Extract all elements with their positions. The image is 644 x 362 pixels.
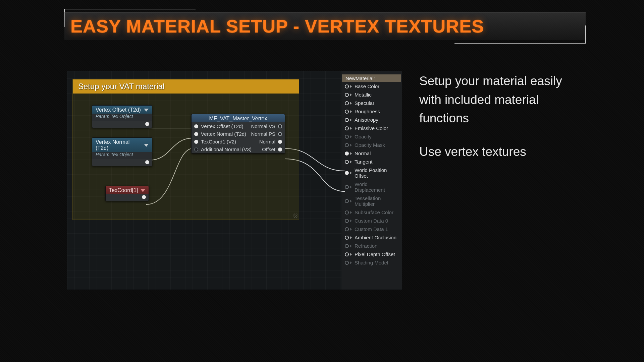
pin-label: Roughness: [355, 109, 380, 114]
material-pin-base-color[interactable]: Base Color: [342, 82, 401, 90]
material-pin-pixel-depth-offset[interactable]: Pixel Depth Offset: [342, 250, 401, 258]
material-pin-custom-data-0: Custom Data 0: [342, 217, 401, 225]
corner-decor-tl: [64, 9, 196, 12]
pin-label: World Displacement: [355, 181, 398, 193]
output-pin[interactable]: [145, 160, 149, 164]
input-pin[interactable]: [345, 110, 349, 114]
pin-arrow-icon: [350, 186, 352, 188]
material-pin-tangent[interactable]: Tangent: [342, 158, 401, 166]
pin-arrow-icon: [350, 220, 352, 222]
material-pin-roughness[interactable]: Roughness: [342, 107, 401, 116]
input-pin[interactable]: [345, 118, 349, 122]
node-vertex-offset-sub: Param Tex Object: [92, 114, 152, 121]
material-pin-anisotropy[interactable]: Anisotropy: [342, 116, 401, 124]
output-pin[interactable]: [142, 195, 146, 199]
page-title: EASY MATERIAL SETUP - VERTEX TEXTURES: [70, 16, 484, 37]
pin-label: Normal: [259, 139, 275, 144]
pin-label: World Position Offset: [355, 167, 398, 179]
node-vertex-offset[interactable]: Vertex Offset (T2d) Param Tex Object: [92, 105, 152, 128]
output-pin[interactable]: [278, 124, 282, 128]
pin-arrow-icon: [350, 119, 352, 121]
pin-label: Opacity Mask: [355, 142, 385, 148]
input-pin: [345, 135, 349, 139]
input-pin[interactable]: [345, 236, 349, 240]
material-title: NewMaterial1: [342, 74, 401, 82]
input-pin[interactable]: [194, 140, 198, 144]
material-pin-opacity-mask: Opacity Mask: [342, 141, 401, 149]
chevron-down-icon[interactable]: [141, 189, 145, 192]
graph-canvas[interactable]: Setup your VAT material Vertex Offset (T…: [67, 71, 341, 290]
pin-label: Tangent: [355, 159, 372, 165]
pin-label: Custom Data 0: [355, 218, 388, 224]
input-pin: [345, 143, 349, 147]
pin-label: Metallic: [355, 92, 372, 98]
pin-label: Refraction: [355, 243, 377, 249]
input-pin[interactable]: [345, 93, 349, 97]
input-pin[interactable]: [345, 252, 349, 256]
side-paragraph-1: Setup your material easily with included…: [419, 72, 570, 128]
input-pin: [345, 261, 349, 265]
pin-arrow-icon: [350, 236, 352, 239]
material-pin-shading-model: Shading Model: [342, 258, 401, 267]
pin-label: Custom Data 1: [355, 226, 388, 232]
pin-arrow-icon: [350, 228, 352, 231]
material-pin-specular[interactable]: Specular: [342, 99, 401, 107]
material-pin-metallic[interactable]: Metallic: [342, 90, 401, 99]
pin-label: Vertex Offset (T2d): [201, 123, 243, 129]
node-texcoord-title: TexCoord[1]: [109, 187, 138, 193]
material-editor: Setup your VAT material Vertex Offset (T…: [67, 71, 402, 290]
pin-arrow-icon: [350, 94, 352, 96]
material-pin-normal[interactable]: Normal: [342, 149, 401, 158]
node-vertex-offset-title: Vertex Offset (T2d): [96, 107, 141, 113]
node-vertex-normal-title: Vertex Normal (T2d): [96, 139, 144, 151]
side-paragraph-2: Use vertex textures: [419, 142, 570, 161]
title-bar: EASY MATERIAL SETUP - VERTEX TEXTURES: [64, 12, 586, 40]
chevron-down-icon[interactable]: [144, 109, 149, 112]
pin-label: Specular: [355, 100, 374, 106]
input-pin: [345, 210, 349, 215]
pin-label: Ambient Occlusion: [355, 235, 396, 240]
node-vertex-normal-sub: Param Tex Object: [92, 152, 152, 159]
output-pin[interactable]: [145, 122, 149, 126]
input-pin[interactable]: [345, 84, 349, 88]
output-pin[interactable]: [278, 147, 282, 152]
pin-label: Normal: [355, 150, 371, 156]
input-pin[interactable]: [345, 101, 349, 105]
material-pin-emissive-color[interactable]: Emissive Color: [342, 124, 401, 132]
pin-arrow-icon: [350, 102, 352, 105]
side-text: Setup your material easily with included…: [419, 72, 570, 176]
input-pin[interactable]: [345, 126, 349, 130]
material-pin-world-position-offset[interactable]: World Position Offset: [342, 166, 401, 180]
material-output-node[interactable]: NewMaterial1 Base ColorMetallicSpecularR…: [342, 74, 401, 267]
node-mf-vat-master-vertex[interactable]: MF_VAT_Master_Vertex Vertex Offset (T2d)…: [191, 114, 285, 154]
node-vertex-normal[interactable]: Vertex Normal (T2d) Param Tex Object: [92, 137, 152, 166]
pin-arrow-icon: [350, 127, 352, 130]
material-pin-opacity: Opacity: [342, 132, 401, 141]
resize-grip-icon[interactable]: [293, 214, 298, 218]
title-banner: EASY MATERIAL SETUP - VERTEX TEXTURES: [64, 12, 586, 40]
pin-label: Opacity: [355, 134, 372, 139]
pin-label: TexCoord1 (V2): [201, 139, 236, 144]
pin-label: Subsurface Color: [355, 209, 393, 215]
input-pin[interactable]: [194, 124, 198, 128]
input-pin: [345, 219, 349, 223]
input-pin[interactable]: [345, 160, 349, 164]
material-pin-tessellation-multiplier: Tessellation Multiplier: [342, 194, 401, 208]
comment-title[interactable]: Setup your VAT material: [73, 79, 299, 94]
pin-arrow-icon: [350, 253, 352, 256]
material-pin-ambient-occlusion[interactable]: Ambient Occlusion: [342, 233, 401, 242]
output-pin[interactable]: [278, 140, 282, 144]
input-pin[interactable]: [345, 171, 349, 175]
chevron-down-icon[interactable]: [144, 144, 149, 147]
pin-label: Shading Model: [355, 260, 388, 265]
output-pin[interactable]: [278, 132, 282, 136]
input-pin[interactable]: [194, 132, 198, 136]
input-pin[interactable]: [194, 147, 198, 152]
node-texcoord[interactable]: TexCoord[1]: [105, 186, 149, 201]
pin-label: Normal PS: [251, 131, 275, 137]
input-pin: [345, 227, 349, 231]
input-pin[interactable]: [345, 152, 349, 156]
pin-label: Additional Normal (V3): [201, 146, 252, 152]
input-pin: [345, 199, 349, 203]
material-pin-world-displacement: World Displacement: [342, 180, 401, 194]
